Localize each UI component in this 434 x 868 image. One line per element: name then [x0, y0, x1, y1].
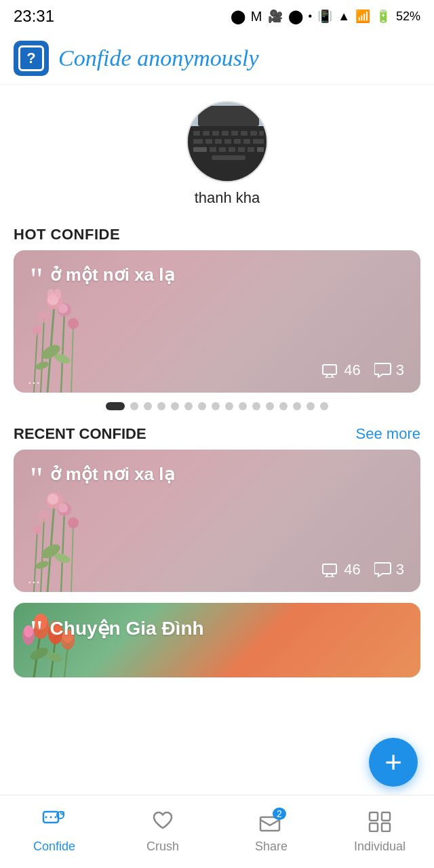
dot-16[interactable] [320, 402, 328, 410]
share-badge: 2 [273, 808, 286, 820]
recent-confide-card-2[interactable]: " Chuyện Gia Đình [14, 603, 420, 677]
hot-confide-label: HOT CONFIDE [0, 214, 434, 250]
username-label: thanh kha [195, 189, 260, 207]
recent-confide-section: RECENT CONFIDE See more [0, 420, 434, 677]
svg-rect-13 [205, 139, 212, 144]
plus-icon: + [384, 747, 402, 777]
svg-rect-14 [215, 139, 222, 144]
dots-icon: • [309, 10, 313, 22]
nav-share-label: Share [255, 840, 288, 854]
nav-confide[interactable]: ? Confide [0, 810, 108, 854]
dot-5[interactable] [171, 402, 179, 410]
svg-rect-64 [323, 564, 336, 574]
status-icons: ⬤ M 🎥 ⬤ • 📳 ▲ 📶 🔋 52% [231, 8, 420, 24]
nav-confide-label: Confide [33, 840, 75, 854]
dot-10[interactable] [239, 402, 247, 410]
logo-question-icon: ? [18, 45, 44, 71]
svg-rect-4 [193, 131, 200, 136]
see-more-button[interactable]: See more [356, 425, 420, 443]
dot-3[interactable] [144, 402, 152, 410]
wifi-icon: ▲ [338, 9, 350, 24]
svg-rect-18 [253, 139, 264, 144]
status-bar: 23:31 ⬤ M 🎥 ⬤ • 📳 ▲ 📶 🔋 52% [0, 0, 434, 33]
svg-rect-6 [212, 131, 219, 136]
dot-9[interactable] [225, 402, 233, 410]
svg-rect-10 [250, 131, 257, 136]
nav-share[interactable]: 2 Share [217, 810, 326, 854]
dot-8[interactable] [212, 402, 220, 410]
share-nav-icon: 2 [259, 810, 283, 837]
dot-11[interactable] [252, 402, 260, 410]
dot-1[interactable] [106, 402, 125, 410]
recent-card-1-text: ở một nơi xa lạ [50, 463, 175, 486]
individual-nav-icon [368, 810, 392, 837]
comment-count: 3 [374, 361, 404, 379]
svg-rect-12 [193, 139, 203, 144]
recent-card-1-views: 46 [322, 561, 360, 578]
hot-confide-text: ở một nơi xa lạ [50, 264, 175, 287]
svg-rect-5 [203, 131, 210, 136]
app-title: Confide anonymously [58, 45, 259, 71]
svg-point-84 [55, 816, 57, 818]
hot-confide-card[interactable]: " ở một nơi xa lạ 46 [14, 250, 420, 393]
dot-4[interactable] [157, 402, 165, 410]
svg-rect-19 [193, 147, 207, 152]
confide-nav-icon: ? [42, 810, 66, 837]
crush-nav-icon [151, 810, 175, 837]
svg-rect-11 [259, 131, 264, 136]
avatar[interactable] [186, 101, 268, 182]
user-profile-section: thanh kha [0, 85, 434, 214]
svg-rect-17 [243, 139, 250, 144]
svg-rect-92 [382, 823, 390, 831]
dot-15[interactable] [307, 402, 315, 410]
gmail-icon: M [251, 9, 262, 24]
nav-crush[interactable]: Crush [108, 810, 217, 854]
svg-rect-25 [257, 147, 264, 152]
quote-icon-r2: " [30, 619, 43, 645]
app-header: ? Confide anonymously [0, 33, 434, 85]
svg-rect-26 [212, 155, 245, 160]
signal-icon: 📶 [355, 9, 370, 24]
quote-icon: " [30, 267, 43, 292]
app-logo: ? [14, 41, 49, 76]
ellipsis-icon: … [27, 372, 42, 387]
recent-confide-card-1[interactable]: " ở một nơi xa lạ 46 [14, 450, 420, 592]
quote-icon-r1: " [30, 466, 43, 492]
dot-12[interactable] [266, 402, 274, 410]
svg-rect-8 [231, 131, 238, 136]
dot-13[interactable] [279, 402, 288, 410]
svg-rect-45 [323, 365, 336, 374]
svg-point-82 [45, 816, 47, 818]
dot-2[interactable] [130, 402, 138, 410]
dot-6[interactable] [184, 402, 193, 410]
svg-rect-15 [224, 139, 231, 144]
recent-confide-label: RECENT CONFIDE [14, 425, 146, 443]
svg-rect-22 [229, 147, 235, 152]
svg-rect-90 [382, 812, 390, 821]
status-time: 23:31 [14, 7, 54, 26]
svg-rect-9 [241, 131, 248, 136]
recent-card-1-comments: 3 [374, 561, 404, 578]
svg-rect-16 [234, 139, 241, 144]
dot-14[interactable] [293, 402, 301, 410]
nav-individual-label: Individual [354, 840, 406, 854]
view-count: 46 [322, 361, 360, 379]
dot-7[interactable] [198, 402, 206, 410]
notification-dot-icon: ⬤ [231, 8, 245, 24]
svg-rect-24 [248, 147, 254, 152]
recent-card-2-text: Chuyện Gia Đình [50, 616, 204, 641]
svg-rect-91 [370, 823, 378, 831]
bottom-nav: ? Confide Crush 2 Share [0, 795, 434, 868]
battery-percent: 52% [396, 9, 420, 24]
svg-rect-20 [210, 147, 216, 152]
fab-add-button[interactable]: + [369, 738, 418, 787]
recent-header: RECENT CONFIDE See more [0, 420, 434, 450]
svg-rect-21 [219, 147, 226, 152]
svg-point-83 [50, 816, 52, 818]
hot-confide-section: HOT CONFIDE [0, 214, 434, 420]
svg-rect-89 [370, 812, 378, 821]
video-icon: 🎥 [268, 9, 283, 24]
svg-rect-23 [238, 147, 245, 152]
nav-individual[interactable]: Individual [326, 810, 434, 854]
svg-rect-2 [198, 106, 259, 126]
